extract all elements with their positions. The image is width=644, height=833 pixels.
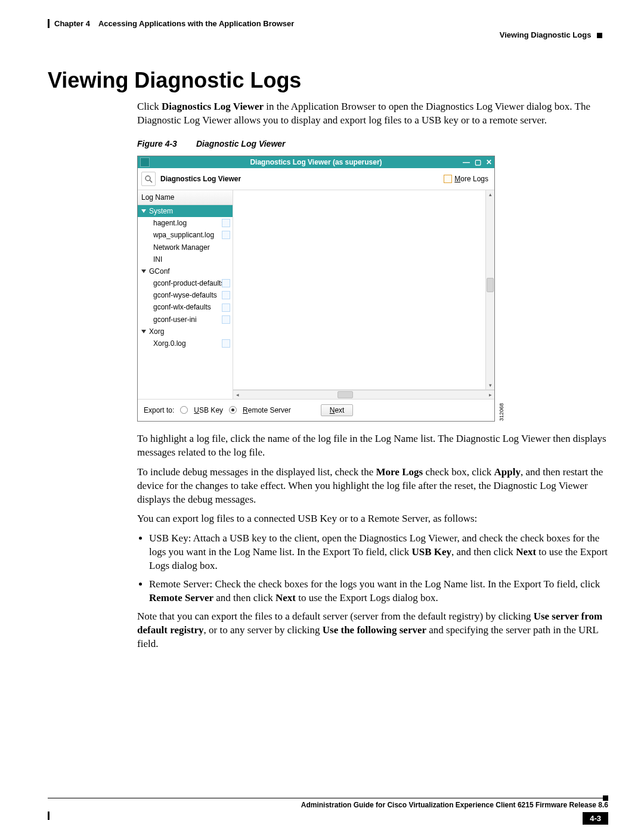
section-title-head: Viewing Diagnostic Logs bbox=[500, 30, 592, 39]
maximize-icon[interactable]: ▢ bbox=[475, 158, 481, 166]
scroll-thumb[interactable] bbox=[487, 278, 494, 292]
tree-item-wpa[interactable]: wpa_supplicant.log bbox=[138, 229, 233, 241]
page-title: Viewing Diagnostic Logs bbox=[48, 68, 608, 93]
chevron-down-icon bbox=[141, 270, 146, 273]
checkbox-icon[interactable] bbox=[222, 231, 230, 239]
tree-item-gconf-wyse[interactable]: gconf-wyse-defaults bbox=[138, 289, 233, 301]
export-options-list: USB Key: Attach a USB key to the client,… bbox=[149, 532, 608, 605]
page-number-badge: 4-3 bbox=[583, 812, 608, 825]
after-p3: You can export log files to a connected … bbox=[137, 512, 608, 526]
tree-group-system[interactable]: System bbox=[138, 205, 233, 217]
diagnostic-log-viewer-dialog: 312068 Diagnostics Log Viewer (as superu… bbox=[137, 156, 495, 422]
checkbox-icon[interactable] bbox=[222, 291, 230, 299]
list-item: Remote Server: Check the check boxes for… bbox=[149, 578, 608, 605]
next-button[interactable]: Next bbox=[321, 404, 354, 416]
footer-guide-title: Administration Guide for Cisco Virtualiz… bbox=[48, 801, 608, 809]
checkbox-icon[interactable] bbox=[222, 304, 230, 312]
intro-paragraph: Click Diagnostics Log Viewer in the Appl… bbox=[137, 100, 608, 128]
checkbox-icon[interactable] bbox=[222, 219, 230, 227]
vertical-scrollbar[interactable]: ▴ ▾ bbox=[485, 190, 494, 389]
export-label: Export to: bbox=[144, 405, 174, 415]
scroll-left-icon[interactable]: ◂ bbox=[233, 391, 242, 399]
tree-item-hagent[interactable]: hagent.log bbox=[138, 217, 233, 229]
checkbox-icon[interactable] bbox=[222, 315, 230, 324]
horizontal-scrollbar[interactable]: ◂ ▸ bbox=[233, 390, 494, 399]
checkbox-icon[interactable] bbox=[444, 175, 452, 183]
checkbox-icon[interactable] bbox=[222, 279, 230, 287]
after-p1: To highlight a log file, click the name … bbox=[137, 432, 608, 460]
checkbox-icon[interactable] bbox=[222, 339, 230, 348]
dialog-app-label: Diagnostics Log Viewer bbox=[160, 174, 241, 184]
svg-point-0 bbox=[145, 176, 150, 181]
footer-tick bbox=[48, 812, 49, 820]
scroll-up-icon[interactable]: ▴ bbox=[486, 190, 494, 199]
dialog-title: Diagnostics Log Viewer (as superuser) bbox=[250, 158, 382, 166]
radio-remote-server-label: Remote Server bbox=[243, 405, 291, 415]
page-footer: Administration Guide for Cisco Virtualiz… bbox=[48, 798, 608, 809]
chapter-title: Accessing Applications with the Applicat… bbox=[98, 19, 294, 28]
dialog-toolbar: Diagnostics Log Viewer More Logs bbox=[138, 168, 494, 190]
search-icon[interactable] bbox=[141, 172, 156, 186]
tree-group-gconf[interactable]: GConf bbox=[138, 265, 233, 277]
scroll-right-icon[interactable]: ▸ bbox=[486, 391, 494, 399]
figure-caption: Figure 4-3 Diagnostic Log Viewer bbox=[137, 138, 608, 150]
tree-header[interactable]: Log Name bbox=[138, 190, 233, 205]
radio-usb-key-label: USB Key bbox=[194, 405, 223, 415]
radio-remote-server[interactable] bbox=[229, 406, 237, 414]
more-logs-checkbox[interactable]: More Logs bbox=[444, 174, 488, 184]
window-icon bbox=[140, 157, 150, 167]
log-name-tree: Log Name System hagent.log wpa_supplican… bbox=[138, 190, 233, 399]
tree-group-network-manager[interactable]: Network Manager bbox=[138, 241, 233, 253]
tree-item-gconf-product[interactable]: gconf-product-defaults bbox=[138, 277, 233, 289]
export-row: Export to: USB Key Remote Server Next bbox=[138, 399, 494, 421]
header-marker bbox=[597, 33, 602, 38]
running-header: Chapter 4 Accessing Applications with th… bbox=[48, 19, 608, 39]
minimize-icon[interactable]: — bbox=[463, 158, 470, 166]
after-p4: Note that you can export the files to a … bbox=[137, 610, 608, 651]
scroll-thumb[interactable] bbox=[338, 391, 353, 398]
close-icon[interactable]: ✕ bbox=[486, 158, 492, 166]
after-p2: To include debug messages in the display… bbox=[137, 466, 608, 507]
tree-item-gconf-wlx[interactable]: gconf-wlx-defaults bbox=[138, 301, 233, 313]
figure-image-id: 312068 bbox=[498, 403, 505, 421]
tree-group-ini[interactable]: INI bbox=[138, 253, 233, 265]
chevron-down-icon bbox=[141, 330, 146, 333]
tree-group-xorg[interactable]: Xorg bbox=[138, 326, 233, 337]
list-item: USB Key: Attach a USB key to the client,… bbox=[149, 532, 608, 573]
radio-usb-key[interactable] bbox=[180, 406, 188, 414]
scroll-down-icon[interactable]: ▾ bbox=[486, 381, 494, 389]
svg-line-1 bbox=[150, 180, 152, 182]
tree-item-gconf-user-ini[interactable]: gconf-user-ini bbox=[138, 314, 233, 326]
dialog-titlebar[interactable]: Diagnostics Log Viewer (as superuser) — … bbox=[138, 156, 494, 168]
chapter-label: Chapter 4 bbox=[54, 19, 90, 28]
log-content-area: ▴ ▾ bbox=[233, 190, 494, 390]
tree-item-xorg0[interactable]: Xorg.0.log bbox=[138, 337, 233, 349]
chevron-down-icon bbox=[141, 209, 146, 213]
